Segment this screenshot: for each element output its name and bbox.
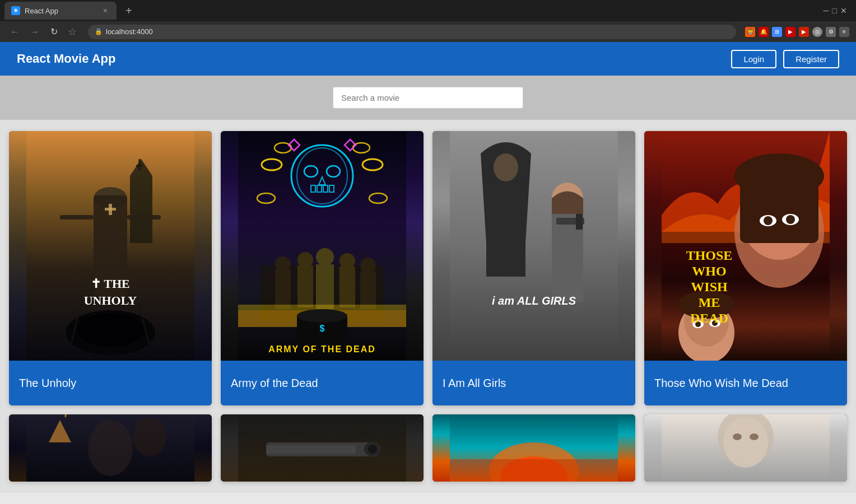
svg-point-55 bbox=[494, 153, 518, 181]
svg-text:✝ THE: ✝ THE bbox=[91, 277, 130, 291]
movie-poster-row2-2 bbox=[221, 414, 424, 482]
svg-point-49 bbox=[297, 309, 347, 323]
svg-text:UNHOLY: UNHOLY bbox=[84, 293, 137, 307]
tab-close-button[interactable]: × bbox=[101, 5, 110, 16]
ext-4-icon[interactable]: ▶ bbox=[785, 27, 795, 37]
forward-button[interactable]: → bbox=[27, 25, 43, 39]
movie-card-row2-4[interactable] bbox=[644, 414, 847, 482]
svg-rect-45 bbox=[360, 271, 376, 309]
reload-button[interactable]: ↻ bbox=[47, 24, 61, 39]
svg-point-12 bbox=[77, 313, 144, 347]
svg-point-100 bbox=[750, 433, 759, 440]
browser-controls: ← → ↻ ☆ 🔒 localhost:4000 🦁 🔔 ⊞ ▶ ▶ ◎ ⚙ ≡ bbox=[0, 21, 856, 42]
movie-poster-unholy: ✝ THE UNHOLY bbox=[9, 131, 212, 361]
svg-rect-4 bbox=[136, 165, 143, 167]
movie-poster-row2-1 bbox=[9, 414, 212, 482]
svg-point-99 bbox=[733, 433, 742, 440]
poster-art-those: THOSE WHO WISH ME DEAD bbox=[644, 131, 847, 361]
ext-8-icon[interactable]: ≡ bbox=[839, 27, 849, 37]
movie-poster-row2-3 bbox=[432, 414, 635, 482]
poster-art-army: $ ARMY OF THE DEAD bbox=[221, 131, 424, 361]
svg-rect-8 bbox=[127, 215, 161, 220]
login-button[interactable]: Login bbox=[731, 50, 776, 68]
movie-poster-army: $ ARMY OF THE DEAD bbox=[221, 131, 424, 361]
svg-text:i am ALL GIRLS: i am ALL GIRLS bbox=[492, 295, 576, 307]
movie-poster-those: THOSE WHO WISH ME DEAD bbox=[644, 131, 847, 361]
poster-art-unholy: ✝ THE UNHOLY bbox=[9, 131, 212, 361]
svg-point-40 bbox=[316, 248, 334, 266]
bookmark-button[interactable]: ☆ bbox=[66, 26, 79, 38]
ext-6-icon[interactable]: ◎ bbox=[812, 27, 822, 37]
movie-grid: ✝ THE UNHOLY The Unholy bbox=[0, 120, 856, 493]
minimize-button[interactable]: ─ bbox=[824, 6, 829, 15]
movie-title-girls: I Am All Girls bbox=[432, 361, 635, 405]
svg-text:WISH: WISH bbox=[691, 279, 728, 294]
movie-card-girls[interactable]: i am ALL GIRLS I Am All Girls bbox=[432, 131, 635, 405]
url-display: localhost:4000 bbox=[106, 27, 153, 36]
svg-text:THOSE: THOSE bbox=[686, 248, 733, 263]
svg-rect-59 bbox=[576, 214, 583, 230]
address-bar[interactable]: 🔒 localhost:4000 bbox=[88, 25, 736, 39]
new-tab-button[interactable]: + bbox=[121, 4, 137, 17]
svg-rect-95 bbox=[450, 459, 618, 482]
tab-favicon: ⚛ bbox=[11, 6, 20, 15]
svg-rect-39 bbox=[297, 265, 313, 307]
svg-rect-10 bbox=[105, 208, 116, 211]
movie-card-army[interactable]: $ ARMY OF THE DEAD Army of the Dead bbox=[221, 131, 424, 405]
svg-rect-52 bbox=[450, 131, 618, 361]
tab-title: React App bbox=[25, 7, 96, 15]
svg-point-36 bbox=[275, 256, 291, 272]
search-section bbox=[0, 76, 856, 120]
svg-text:WHO: WHO bbox=[692, 264, 726, 278]
svg-point-69 bbox=[786, 215, 795, 224]
movie-title-those: Those Who Wish Me Dead bbox=[644, 361, 847, 405]
extensions-area: 🦁 🔔 ⊞ ▶ ▶ ◎ ⚙ ≡ bbox=[745, 27, 849, 37]
svg-text:DEAD: DEAD bbox=[690, 311, 728, 325]
svg-point-90 bbox=[368, 445, 377, 454]
movie-title-unholy: The Unholy bbox=[9, 361, 212, 405]
svg-point-67 bbox=[764, 216, 773, 225]
movie-card-row2-1[interactable] bbox=[9, 414, 212, 482]
svg-point-38 bbox=[297, 252, 313, 268]
browser-chrome: ⚛ React App × + ─ □ ✕ ← → ↻ ☆ 🔒 localhos… bbox=[0, 0, 856, 42]
svg-text:ME: ME bbox=[699, 295, 720, 310]
movie-card-those[interactable]: THOSE WHO WISH ME DEAD Those Who Wish Me… bbox=[644, 131, 847, 405]
back-button[interactable]: ← bbox=[7, 25, 22, 39]
maximize-button[interactable]: □ bbox=[832, 6, 837, 15]
brave-shield-icon[interactable]: 🦁 bbox=[745, 27, 755, 37]
ext-7-icon[interactable]: ⚙ bbox=[826, 27, 836, 37]
poster-art-girls: i am ALL GIRLS bbox=[432, 131, 635, 361]
svg-point-42 bbox=[339, 253, 355, 269]
app-title: React Movie App bbox=[17, 52, 115, 66]
register-button[interactable]: Register bbox=[783, 50, 839, 68]
movie-card-row2-3[interactable] bbox=[432, 414, 635, 482]
header-buttons: Login Register bbox=[731, 50, 839, 68]
app-header: React Movie App Login Register bbox=[0, 42, 856, 76]
svg-rect-7 bbox=[60, 215, 94, 220]
movie-title-army: Army of the Dead bbox=[221, 361, 424, 405]
movie-card-unholy[interactable]: ✝ THE UNHOLY The Unholy bbox=[9, 131, 212, 405]
svg-point-65 bbox=[734, 153, 824, 198]
search-input[interactable] bbox=[333, 87, 523, 109]
svg-text:$: $ bbox=[320, 324, 325, 333]
tab-bar: ⚛ React App × + ─ □ ✕ bbox=[0, 0, 856, 21]
ext-2-icon[interactable]: 🔔 bbox=[759, 27, 769, 37]
svg-point-86 bbox=[133, 417, 166, 456]
close-window-button[interactable]: ✕ bbox=[840, 6, 847, 15]
movie-poster-girls: i am ALL GIRLS bbox=[432, 131, 635, 361]
svg-text:ARMY OF THE DEAD: ARMY OF THE DEAD bbox=[268, 344, 376, 354]
movie-poster-row2-4 bbox=[644, 414, 847, 482]
svg-rect-1 bbox=[130, 176, 152, 243]
svg-point-85 bbox=[88, 420, 133, 476]
movie-card-row2-2[interactable] bbox=[221, 414, 424, 482]
svg-point-44 bbox=[360, 258, 376, 273]
ext-5-icon[interactable]: ▶ bbox=[799, 27, 809, 37]
svg-rect-43 bbox=[339, 267, 355, 307]
svg-rect-41 bbox=[316, 264, 334, 309]
svg-rect-91 bbox=[266, 445, 356, 454]
ext-3-icon[interactable]: ⊞ bbox=[772, 27, 782, 37]
security-icon: 🔒 bbox=[95, 28, 103, 35]
svg-rect-37 bbox=[275, 270, 291, 309]
active-tab[interactable]: ⚛ React App × bbox=[4, 2, 117, 20]
svg-point-98 bbox=[723, 417, 768, 468]
